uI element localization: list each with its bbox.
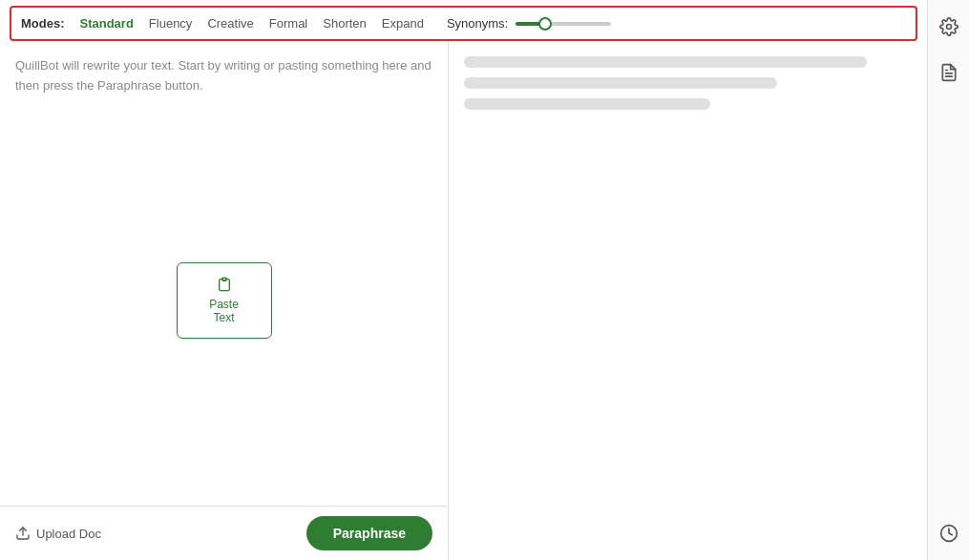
upload-doc-button[interactable]: Upload Doc — [15, 526, 101, 541]
right-sidebar — [927, 0, 969, 560]
paste-text-button[interactable]: Paste Text — [177, 262, 272, 339]
mode-shorten[interactable]: Shorten — [315, 13, 374, 33]
skeleton-line-2 — [464, 77, 777, 89]
bottom-bar: Upload Doc Paraphrase — [0, 506, 448, 560]
input-placeholder: QuillBot will rewrite your text. Start b… — [0, 41, 448, 96]
paste-text-label: Paste Text — [200, 298, 248, 324]
slider-thumb — [538, 17, 552, 31]
input-panel: QuillBot will rewrite your text. Start b… — [0, 41, 449, 560]
paraphrase-button[interactable]: Paraphrase — [306, 516, 432, 550]
mode-expand[interactable]: Expand — [374, 13, 432, 33]
mode-formal[interactable]: Formal — [262, 13, 315, 33]
svg-rect-1 — [222, 279, 226, 281]
notes-icon — [939, 63, 958, 82]
paste-btn-container: Paste Text — [0, 96, 448, 506]
toolbar: Modes: Standard Fluency Creative Formal … — [10, 6, 917, 41]
clipboard-icon — [211, 277, 238, 292]
history-icon — [939, 524, 958, 543]
mode-standard[interactable]: Standard — [73, 13, 141, 33]
history-button[interactable] — [934, 518, 964, 549]
skeleton-line-1 — [464, 56, 867, 68]
synonyms-slider[interactable] — [516, 22, 611, 26]
upload-icon — [15, 526, 31, 541]
mode-creative[interactable]: Creative — [200, 13, 261, 33]
modes-label: Modes: — [21, 16, 65, 31]
skeleton-line-3 — [464, 98, 710, 110]
upload-doc-label: Upload Doc — [36, 527, 101, 541]
svg-point-3 — [946, 25, 951, 30]
synonyms-label: Synonyms: — [447, 16, 508, 31]
synonyms-section: Synonyms: — [447, 16, 611, 31]
gear-icon — [939, 17, 958, 36]
settings-button[interactable] — [934, 11, 964, 42]
mode-fluency[interactable]: Fluency — [141, 13, 200, 33]
output-panel — [449, 41, 927, 560]
notes-button[interactable] — [934, 57, 964, 88]
